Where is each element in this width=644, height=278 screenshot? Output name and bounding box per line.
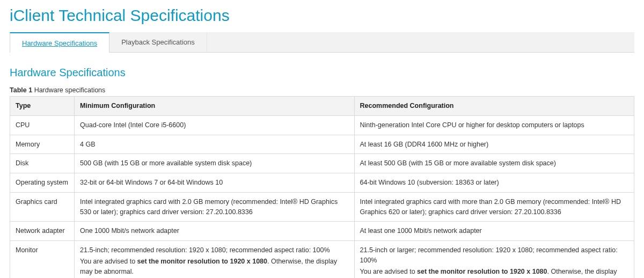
table-row: CPU Quad-core Intel (Intel Core i5-6600)… — [10, 115, 634, 135]
monitor-min-line2: You are advised to set the monitor resol… — [80, 257, 349, 277]
monitor-rec-bold: set the monitor resolution to 1920 x 108… — [417, 268, 547, 275]
table-row: Disk 500 GB (with 15 GB or more availabl… — [10, 154, 634, 173]
col-header-rec: Recommended Configuration — [354, 97, 634, 116]
cell-min: Intel integrated graphics card with 2.0 … — [75, 192, 355, 222]
tab-label: Hardware Specifications — [22, 39, 97, 47]
cell-min: 21.5-inch; recommended resolution: 1920 … — [75, 241, 355, 279]
col-header-min: Minimum Configuration — [75, 97, 355, 116]
cell-type: Memory — [10, 135, 75, 154]
table-caption: Table 1 Hardware specifications — [10, 86, 634, 94]
monitor-min-bold: set the monitor resolution to 1920 x 108… — [137, 258, 267, 265]
page-title: iClient Technical Specifications — [10, 6, 634, 25]
cell-rec: 21.5-inch or larger; recommended resolut… — [354, 241, 634, 279]
table-row: Operating system 32-bit or 64-bit Window… — [10, 173, 634, 193]
monitor-min-line1: 21.5-inch; recommended resolution: 1920 … — [80, 245, 349, 255]
cell-rec: At least 500 GB (with 15 GB or more avai… — [354, 154, 634, 173]
col-header-type: Type — [10, 97, 75, 116]
cell-type: Operating system — [10, 173, 75, 193]
hardware-spec-table: Type Minimum Configuration Recommended C… — [10, 96, 634, 278]
monitor-rec-pre: You are advised to — [360, 268, 418, 275]
cell-rec: At least 16 GB (DDR4 1600 MHz or higher) — [354, 135, 634, 154]
monitor-rec-line2: You are advised to set the monitor resol… — [360, 267, 629, 279]
cell-min: 32-bit or 64-bit Windows 7 or 64-bit Win… — [75, 173, 355, 193]
table-row: Network adapter One 1000 Mbit/s network … — [10, 222, 634, 241]
table-row: Monitor 21.5-inch; recommended resolutio… — [10, 241, 634, 279]
tab-strip: Hardware Specifications Playback Specifi… — [10, 32, 634, 53]
cell-min: Quad-core Intel (Intel Core i5-6600) — [75, 115, 355, 135]
cell-rec: At least one 1000 Mbit/s network adapter — [354, 222, 634, 241]
cell-min: 4 GB — [75, 135, 355, 154]
cell-min: One 1000 Mbit/s network adapter — [75, 222, 355, 241]
table-header-row: Type Minimum Configuration Recommended C… — [10, 97, 634, 116]
monitor-min-pre: You are advised to — [80, 258, 137, 265]
table-row: Memory 4 GB At least 16 GB (DDR4 1600 MH… — [10, 135, 634, 154]
cell-rec: Ninth-generation Intel Core CPU or highe… — [354, 115, 634, 135]
monitor-rec-line1: 21.5-inch or larger; recommended resolut… — [360, 245, 629, 266]
cell-min: 500 GB (with 15 GB or more available sys… — [75, 154, 355, 173]
cell-type: Graphics card — [10, 192, 75, 222]
table-row: Graphics card Intel integrated graphics … — [10, 192, 634, 222]
cell-rec: 64-bit Windows 10 (subversion: 18363 or … — [354, 173, 634, 193]
table-caption-text: Hardware specifications — [32, 86, 105, 94]
cell-rec: Intel integrated graphics card with more… — [354, 192, 634, 222]
cell-type: Monitor — [10, 241, 75, 279]
table-caption-number: Table 1 — [10, 86, 32, 94]
section-title: Hardware Specifications — [10, 67, 634, 79]
tab-label: Playback Specifications — [121, 38, 195, 46]
tab-hardware-specifications[interactable]: Hardware Specifications — [10, 32, 109, 53]
cell-type: Network adapter — [10, 222, 75, 241]
tab-playback-specifications[interactable]: Playback Specifications — [109, 32, 207, 52]
cell-type: CPU — [10, 115, 75, 135]
cell-type: Disk — [10, 154, 75, 173]
